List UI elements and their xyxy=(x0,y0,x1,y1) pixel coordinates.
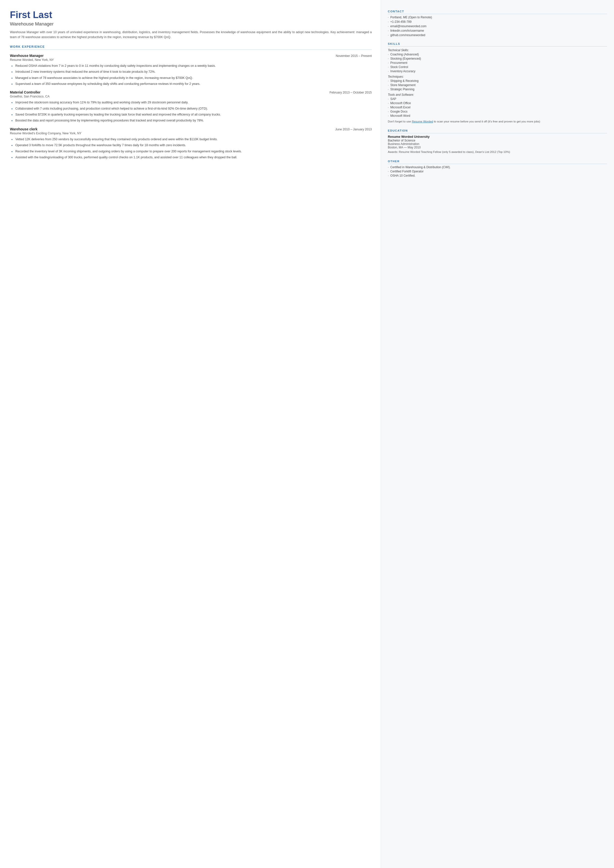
contact-section: CONTACT Portland, ME (Open to Remote) +1… xyxy=(388,10,607,37)
skill-item: Shipping & Receiving xyxy=(388,79,607,82)
skills-note-prefix: Don't forget to use xyxy=(388,120,412,123)
skill-item: Store Management xyxy=(388,83,607,87)
contact-list: Portland, ME (Open to Remote) +1-234-456… xyxy=(388,16,607,37)
work-experience-heading: WORK EXPERIENCE xyxy=(10,45,372,50)
job-3: Warehouse clerk June 2010 – January 2013… xyxy=(10,127,372,160)
skills-note: Don't forget to use Resume Worded to sca… xyxy=(388,120,607,124)
job-2-title: Material Controller xyxy=(10,90,40,94)
bullet-item: Boosted the data and report processing t… xyxy=(11,118,372,123)
other-heading: OTHER xyxy=(388,160,607,164)
bullet-item: Introduced 2 new inventory systems that … xyxy=(11,70,372,74)
job-3-dates: June 2010 – January 2013 xyxy=(335,128,372,131)
tools-label: Tools and Software: xyxy=(388,93,607,96)
job-2-header: Material Controller February 2013 – Octo… xyxy=(10,90,372,94)
skill-item: Stocking (Experienced) xyxy=(388,57,607,61)
skill-item: Coaching (Advanced) xyxy=(388,53,607,56)
candidate-summary: Warehouse Manager with over 10 years of … xyxy=(10,30,372,40)
skill-item: Strategic Planning xyxy=(388,87,607,91)
contact-email: email@resumeworded.com xyxy=(388,25,607,28)
bullet-item: Saved Growthsi $720K in quarterly trucki… xyxy=(11,112,372,117)
bullet-item: Vetted 12K deliveries from 250 vendors b… xyxy=(11,137,372,142)
technical-skills-list: Coaching (Advanced) Stocking (Experience… xyxy=(388,53,607,73)
other-item: Certified Forklift Operator xyxy=(388,170,607,173)
job-1: Warehouse Manager November 2015 – Presen… xyxy=(10,54,372,87)
other-item: Certified in Warehousing & Distribution … xyxy=(388,165,607,169)
bullet-item: Managed a team of 78 warehouse associate… xyxy=(11,76,372,80)
contact-github: github.com/resumeworded xyxy=(388,33,607,37)
job-1-dates: November 2015 – Present xyxy=(336,54,372,58)
tools-list: SAP Microsoft Office Microsoft Excel Goo… xyxy=(388,97,607,118)
job-2: Material Controller February 2013 – Octo… xyxy=(10,90,372,123)
skill-item: Microsoft Word xyxy=(388,114,607,118)
candidate-name: First Last xyxy=(10,10,372,20)
job-3-title: Warehouse clerk xyxy=(10,127,37,131)
skill-item: Procurement xyxy=(388,61,607,65)
bullet-item: Improved the stockroom issuing accuracy … xyxy=(11,100,372,105)
edu-degree: Bachelor of Science xyxy=(388,139,607,142)
bullet-item: Assisted with the loading/unloading of 3… xyxy=(11,155,372,160)
resume-worded-link[interactable]: Resume Worded xyxy=(412,120,433,123)
job-3-header: Warehouse clerk June 2010 – January 2013 xyxy=(10,127,372,131)
contact-linkedin: linkedin.com/in/username xyxy=(388,29,607,33)
job-2-dates: February 2013 – October 2015 xyxy=(329,91,372,94)
skills-heading: SKILLS xyxy=(388,42,607,47)
other-item: OSHA 10 Certified. xyxy=(388,174,607,177)
technical-skills-label: Technical Skills: xyxy=(388,48,607,52)
edu-school-name: Resume Worded University xyxy=(388,135,607,138)
skill-item: Stock Control xyxy=(388,65,607,69)
job-3-company: Resume Worded's Exciting Company, New Yo… xyxy=(10,132,372,135)
skill-item: Inventory Accuracy xyxy=(388,70,607,73)
sidebar: CONTACT Portland, ME (Open to Remote) +1… xyxy=(381,0,614,868)
main-content: First Last Warehouse Manager Warehouse M… xyxy=(0,0,381,868)
bullet-item: Supervised a team of 350 warehouse emplo… xyxy=(11,82,372,86)
education-heading: EDUCATION xyxy=(388,129,607,133)
edu-awards: Awards: Resume Worded Teaching Fellow (o… xyxy=(388,150,607,154)
job-2-company: Growthsi, San Francisco, CA xyxy=(10,95,372,98)
resume-header: First Last Warehouse Manager Warehouse M… xyxy=(10,10,372,40)
contact-location: Portland, ME (Open to Remote) xyxy=(388,16,607,19)
education-section: EDUCATION Resume Worded University Bache… xyxy=(388,129,607,154)
other-section: OTHER Certified in Warehousing & Distrib… xyxy=(388,160,607,177)
job-1-bullets: Reduced OSHA violations from 7 in 2 year… xyxy=(11,64,372,87)
other-list: Certified in Warehousing & Distribution … xyxy=(388,165,607,177)
skill-item: SAP xyxy=(388,97,607,101)
bullet-item: Reduced OSHA violations from 7 in 2 year… xyxy=(11,64,372,68)
job-3-bullets: Vetted 12K deliveries from 250 vendors b… xyxy=(11,137,372,160)
bullet-item: Collaborated with 7 units including purc… xyxy=(11,106,372,111)
bullet-item: Operated 3 forklifts to move 72.5K produ… xyxy=(11,143,372,148)
work-experience-section: WORK EXPERIENCE Warehouse Manager Novemb… xyxy=(10,45,372,160)
job-2-bullets: Improved the stockroom issuing accuracy … xyxy=(11,100,372,123)
edu-field: Business Administration xyxy=(388,142,607,146)
bullet-item: Recorded the inventory level of 3K incom… xyxy=(11,149,372,154)
skill-item: Microsoft Office xyxy=(388,101,607,105)
skills-section: SKILLS Technical Skills: Coaching (Advan… xyxy=(388,42,607,124)
edu-location: Boston, MA — May 2010 xyxy=(388,146,607,149)
skills-note-suffix: to scan your resume before you send it o… xyxy=(433,120,540,123)
skills-note-link-text: Resume Worded xyxy=(412,120,433,123)
candidate-title: Warehouse Manager xyxy=(10,21,372,27)
contact-heading: CONTACT xyxy=(388,10,607,14)
techniques-list: Shipping & Receiving Store Management St… xyxy=(388,79,607,91)
contact-phone: +1-234-456-789 xyxy=(388,20,607,23)
job-1-company: Resume Worded, New York, NY xyxy=(10,58,372,62)
education-entry-1: Resume Worded University Bachelor of Sci… xyxy=(388,135,607,154)
skill-item: Microsoft Excel xyxy=(388,106,607,109)
skill-item: Google Docs xyxy=(388,110,607,113)
job-1-header: Warehouse Manager November 2015 – Presen… xyxy=(10,54,372,58)
job-1-title: Warehouse Manager xyxy=(10,54,43,58)
techniques-label: Techniques: xyxy=(388,75,607,78)
